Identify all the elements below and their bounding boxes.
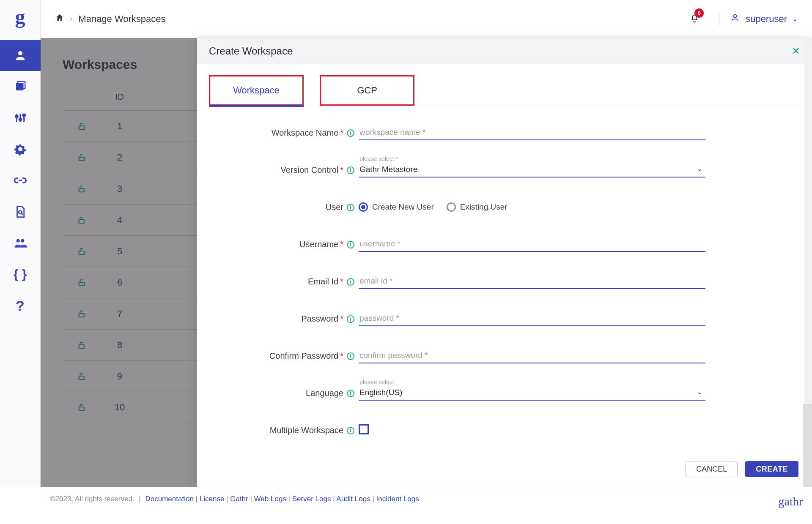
info-icon[interactable]: i: [347, 315, 354, 323]
multiple-workspace-checkbox[interactable]: [359, 424, 369, 434]
language-select[interactable]: [359, 385, 705, 401]
create-button[interactable]: CREATE: [745, 461, 798, 477]
copyright: ©2023, All rights reserved.: [50, 495, 134, 503]
svg-point-9: [733, 14, 736, 17]
radio-create-new-user[interactable]: Create New User: [359, 202, 434, 212]
username-input[interactable]: [359, 237, 705, 252]
breadcrumb: Manage Workspaces: [78, 14, 165, 25]
svg-point-0: [18, 51, 22, 55]
tab-gcp[interactable]: GCP: [320, 75, 414, 106]
create-workspace-modal: Create Workspace ✕ Workspace GCP Workspa…: [197, 38, 812, 487]
label-email: Email Id*i: [209, 277, 359, 287]
nav-braces-icon[interactable]: { }: [0, 259, 41, 290]
nav-link-icon[interactable]: [0, 165, 41, 196]
svg-point-4: [19, 118, 22, 121]
label-password: Password*i: [209, 314, 359, 324]
user-menu[interactable]: superuser: [746, 14, 787, 25]
info-icon[interactable]: i: [347, 129, 354, 137]
info-icon[interactable]: i: [347, 241, 354, 248]
label-user: Useri: [209, 202, 359, 212]
nav-workspaces-icon[interactable]: [0, 40, 41, 71]
info-icon[interactable]: i: [347, 166, 354, 174]
nav-projects-icon[interactable]: [0, 71, 41, 102]
footer-link[interactable]: License: [200, 495, 225, 503]
email-input[interactable]: [359, 274, 705, 289]
footer-link[interactable]: Web Logs: [254, 495, 286, 503]
select-floating-label: please select *: [359, 156, 398, 162]
password-input[interactable]: [359, 311, 705, 326]
info-icon[interactable]: i: [347, 390, 354, 397]
label-version-control: Version Control*i: [209, 165, 359, 175]
nav-help-icon[interactable]: ?: [0, 290, 41, 321]
label-language: Languagei: [209, 388, 359, 398]
divider: [719, 12, 719, 26]
svg-point-3: [15, 115, 18, 117]
confirm-password-input[interactable]: [359, 348, 705, 363]
notification-badge: 0: [694, 8, 704, 18]
logo-icon: g: [11, 5, 30, 28]
cancel-button[interactable]: CANCEL: [686, 461, 738, 477]
scrollbar[interactable]: [803, 404, 812, 487]
label-confirm-password: Confirm Password*i: [209, 351, 359, 361]
nav-search-doc-icon[interactable]: [0, 196, 41, 227]
footer-link[interactable]: Gathr: [230, 495, 248, 503]
footer-brand: gathr: [778, 495, 803, 508]
footer-link[interactable]: Incident Logs: [376, 495, 419, 503]
scrollbar[interactable]: [804, 38, 812, 404]
radio-existing-user[interactable]: Existing User: [447, 202, 508, 212]
nav-settings-icon[interactable]: [0, 134, 41, 165]
sidebar: g { } ?: [0, 0, 41, 487]
footer-link[interactable]: Documentation: [145, 495, 194, 503]
info-icon[interactable]: i: [347, 352, 354, 360]
svg-point-8: [21, 239, 24, 243]
nav-sliders-icon[interactable]: [0, 102, 41, 134]
svg-point-7: [16, 239, 19, 243]
footer-link[interactable]: Audit Logs: [336, 495, 370, 503]
nav-users-icon[interactable]: [0, 227, 41, 259]
info-icon[interactable]: i: [347, 427, 354, 434]
version-control-select[interactable]: [359, 162, 705, 177]
select-floating-label: please select: [359, 379, 394, 385]
chevron-down-icon[interactable]: ⌄: [792, 15, 798, 23]
label-username: Username*i: [209, 240, 359, 249]
workspace-name-input[interactable]: [359, 125, 705, 140]
topbar: › Manage Workspaces 0 superuser ⌄: [41, 0, 812, 38]
info-icon[interactable]: i: [347, 204, 354, 211]
label-workspace-name: Workspace Name*i: [209, 128, 359, 138]
svg-point-5: [22, 114, 25, 117]
home-icon[interactable]: [55, 13, 64, 25]
label-multiple-workspace: Multiple Workspacei: [209, 426, 359, 435]
svg-point-6: [19, 211, 22, 214]
footer: ©2023, All rights reserved. | Documentat…: [41, 487, 812, 524]
modal-title: Create Workspace: [209, 45, 293, 57]
breadcrumb-separator: ›: [70, 15, 72, 23]
tab-workspace[interactable]: Workspace: [209, 75, 304, 106]
notification-bell[interactable]: 0: [689, 13, 700, 25]
close-icon[interactable]: ✕: [792, 45, 800, 57]
footer-link[interactable]: Server Logs: [292, 495, 331, 503]
user-icon: [730, 13, 740, 25]
info-icon[interactable]: i: [347, 278, 354, 286]
